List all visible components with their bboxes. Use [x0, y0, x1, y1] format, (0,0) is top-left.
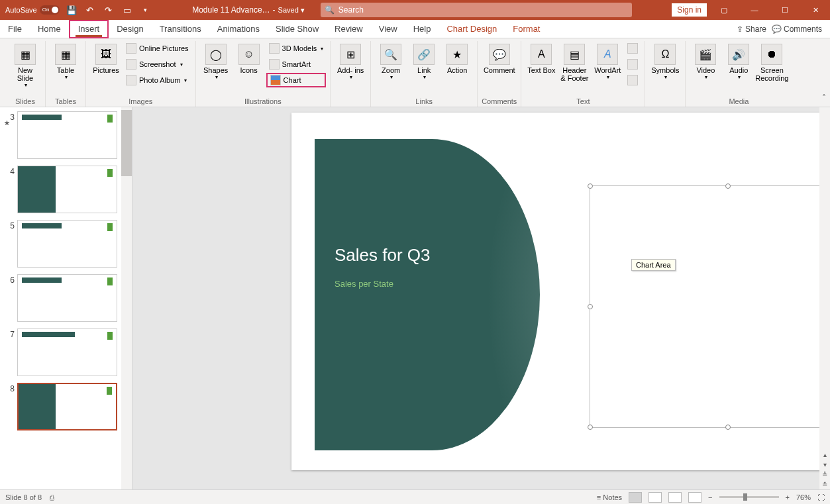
tab-slideshow[interactable]: Slide Show: [268, 20, 327, 38]
thumbnail-5[interactable]: 5 ★: [3, 220, 129, 268]
action-button[interactable]: ★Action: [441, 41, 473, 77]
screen-recording-button[interactable]: ⏺Screen Recording: [756, 41, 788, 85]
smartart-icon: [269, 59, 280, 70]
resize-handle[interactable]: [588, 304, 593, 309]
search-input[interactable]: [338, 5, 628, 15]
symbols-button[interactable]: ΩSymbols▾: [649, 41, 681, 83]
scroll-up-icon[interactable]: ▴: [823, 451, 827, 458]
normal-view-button[interactable]: [629, 492, 642, 503]
shapes-button[interactable]: ◯Shapes▾: [200, 41, 232, 83]
qat-dropdown-icon[interactable]: ▾: [139, 3, 152, 17]
tab-review[interactable]: Review: [327, 20, 371, 38]
reading-view-button[interactable]: [668, 492, 682, 503]
notes-button[interactable]: ≡ Notes: [597, 493, 622, 501]
wordart-icon: A: [597, 44, 618, 65]
collapse-ribbon-icon[interactable]: ˄: [822, 93, 826, 103]
close-button[interactable]: ✕: [802, 0, 829, 20]
slide-title[interactable]: Sales for Q3: [335, 245, 520, 266]
fit-to-window-button[interactable]: ⛶: [817, 493, 825, 501]
icons-button[interactable]: ☺Icons: [233, 41, 265, 77]
save-status[interactable]: Saved ▾: [278, 6, 305, 15]
slide-sorter-view-button[interactable]: [648, 492, 662, 503]
3d-models-button[interactable]: 3D Models▾: [266, 41, 327, 56]
photo-album-button[interactable]: Photo Album▾: [123, 73, 191, 87]
thumbnail-scrollbar[interactable]: [121, 107, 132, 489]
tab-view[interactable]: View: [371, 20, 405, 38]
object-icon: [627, 75, 638, 85]
thumbnail-6[interactable]: 6: [3, 274, 129, 322]
date-time-icon: [627, 43, 638, 54]
prev-slide-icon[interactable]: ≜: [822, 471, 827, 478]
tab-design[interactable]: Design: [109, 20, 151, 38]
tab-home[interactable]: Home: [30, 20, 69, 38]
tab-animations[interactable]: Animations: [209, 20, 268, 38]
comment-button[interactable]: 💬Comment: [484, 41, 515, 77]
zoom-in-button[interactable]: +: [786, 493, 790, 501]
smartart-button[interactable]: SmartArt: [266, 57, 327, 72]
document-title[interactable]: Module 11 Advance…: [192, 5, 270, 15]
maximize-button[interactable]: ☐: [772, 0, 798, 20]
zoom-level[interactable]: 76%: [796, 493, 811, 501]
audio-icon: 🔊: [728, 44, 749, 65]
scroll-down-icon[interactable]: ▾: [823, 461, 827, 468]
object-button[interactable]: [625, 73, 641, 87]
group-tables-label: Tables: [55, 97, 76, 107]
slide-number-icon: [627, 59, 638, 70]
thumbnail-8[interactable]: 8: [3, 383, 129, 430]
text-box-icon: A: [531, 44, 552, 65]
minimize-button[interactable]: —: [741, 0, 768, 20]
chart-button[interactable]: Chart: [266, 73, 327, 87]
thumbnail-4[interactable]: 4 ★: [3, 166, 129, 213]
resize-handle[interactable]: [725, 183, 731, 189]
audio-button[interactable]: 🔊Audio▾: [723, 41, 754, 83]
ribbon: ▦New Slide▾ Slides ▦Table▾ Tables 🖼Pictu…: [0, 38, 830, 107]
zoom-button[interactable]: 🔍Zoom▾: [375, 41, 407, 83]
zoom-out-button[interactable]: −: [708, 493, 712, 501]
tab-help[interactable]: Help: [405, 20, 439, 38]
tab-chart-design[interactable]: Chart Design: [439, 20, 505, 38]
redo-icon[interactable]: ↷: [102, 3, 115, 17]
autosave-toggle[interactable]: AutoSave On: [5, 5, 60, 15]
search-box[interactable]: 🔍: [321, 3, 632, 17]
tab-file[interactable]: File: [0, 20, 30, 38]
next-slide-icon[interactable]: ≛: [822, 481, 827, 488]
tab-insert[interactable]: Insert: [69, 20, 109, 38]
chart-placeholder[interactable]: Chart Area: [590, 185, 830, 428]
wordart-button[interactable]: AWordArt▾: [592, 41, 623, 83]
photo-album-icon: [126, 75, 136, 85]
resize-handle[interactable]: [588, 425, 593, 430]
text-box-button[interactable]: AText Box: [525, 41, 557, 77]
screenshot-button[interactable]: Screenshot▾: [123, 57, 191, 72]
online-pictures-button[interactable]: Online Pictures: [123, 41, 191, 56]
start-from-beginning-icon[interactable]: ▭: [121, 3, 134, 17]
ribbon-display-options-icon[interactable]: ▢: [711, 0, 737, 20]
slide-number-button[interactable]: [625, 57, 641, 72]
share-button[interactable]: ⇪ Share: [737, 25, 766, 34]
addins-button[interactable]: ⊞Add- ins▾: [335, 41, 366, 83]
tab-transitions[interactable]: Transitions: [152, 20, 209, 38]
video-button[interactable]: 🎬Video▾: [690, 41, 721, 83]
save-icon[interactable]: 💾: [65, 3, 78, 17]
title-sep: -: [273, 5, 276, 15]
resize-handle[interactable]: [725, 425, 731, 430]
slide-counter[interactable]: Slide 8 of 8: [5, 493, 42, 501]
header-footer-button[interactable]: ▤Header & Footer: [558, 41, 590, 85]
new-slide-button[interactable]: ▦New Slide▾: [9, 41, 41, 91]
undo-icon[interactable]: ↶: [83, 3, 97, 17]
link-button[interactable]: 🔗Link▾: [408, 41, 440, 83]
slideshow-view-button[interactable]: [688, 492, 701, 503]
comments-button[interactable]: 💬 Comments: [772, 25, 822, 34]
thumbnail-7[interactable]: 7: [3, 328, 129, 376]
accessibility-icon[interactable]: ⎙: [50, 493, 54, 501]
sign-in-button[interactable]: Sign in: [672, 3, 707, 17]
zoom-slider[interactable]: [719, 496, 779, 498]
group-illustrations-label: Illustrations: [244, 97, 282, 107]
thumbnail-3[interactable]: 3: [3, 111, 129, 159]
slide-scrollbar[interactable]: ▴ ▾ ≜ ≛: [819, 107, 830, 489]
pictures-button[interactable]: 🖼Pictures: [90, 41, 122, 77]
slide-subtitle[interactable]: Sales per State: [335, 279, 520, 289]
table-button[interactable]: ▦Table▾: [50, 41, 81, 83]
tab-format[interactable]: Format: [505, 20, 548, 38]
date-time-button[interactable]: [625, 41, 641, 56]
resize-handle[interactable]: [588, 183, 593, 189]
